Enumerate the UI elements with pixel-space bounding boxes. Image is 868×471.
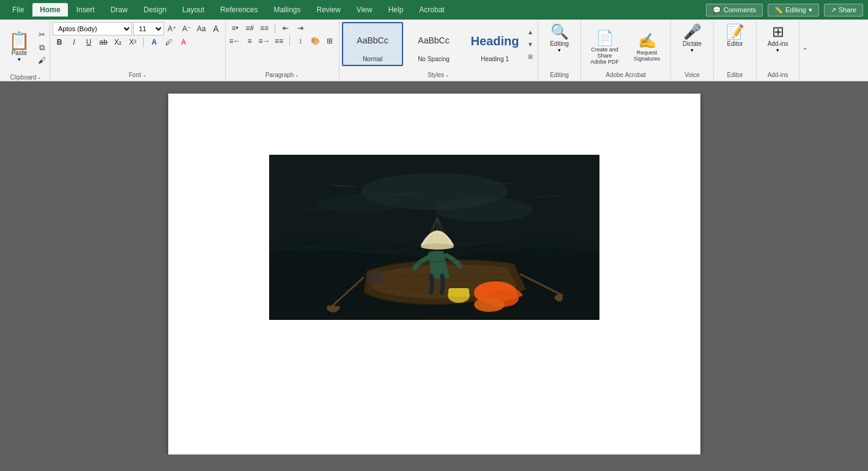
editing-chevron-icon: ▾ — [558, 47, 561, 53]
share-button[interactable]: ↗ Share — [824, 4, 863, 17]
styles-expand[interactable]: ⊞ — [525, 50, 535, 62]
paragraph-group: ≡• ≡# ≡≡ ⇤ ⇥ ≡← ≡ ≡→ ≡≡ ↕ 🎨 ⊞ Paragraph … — [226, 21, 339, 81]
align-center-button[interactable]: ≡ — [243, 35, 256, 47]
font-row2: B I U ab X₂ X² A 🖊 A — [53, 36, 223, 48]
voice-group-label: Voice — [684, 72, 699, 78]
menu-file[interactable]: File — [5, 3, 31, 17]
document-image-container — [205, 155, 664, 320]
underline-button[interactable]: U — [82, 36, 95, 48]
italic-button[interactable]: I — [67, 36, 81, 48]
svg-point-2 — [434, 198, 532, 222]
menu-tabs: File Home Insert Draw Design Layout Refe… — [5, 3, 703, 17]
request-sig-label: Request Signatures — [634, 50, 660, 62]
menu-mailings[interactable]: Mailings — [266, 3, 308, 17]
shading-button[interactable]: 🎨 — [308, 35, 322, 47]
document-image[interactable] — [269, 155, 599, 320]
menu-acrobat[interactable]: Acrobat — [412, 3, 451, 17]
create-pdf-icon: 📄 — [596, 31, 614, 45]
menu-help[interactable]: Help — [381, 3, 411, 17]
adobe-buttons: 📄 Create and Share Adobe PDF ✍ Request S… — [585, 23, 667, 72]
clipboard-expand-icon[interactable]: ⌄ — [37, 75, 42, 80]
line-spacing-button[interactable]: ↕ — [294, 35, 307, 47]
editor-group: 📝 Editor Editor — [714, 21, 757, 81]
font-expand-icon[interactable]: ⌄ — [143, 72, 147, 78]
align-left-button[interactable]: ≡← — [228, 35, 242, 47]
font-row1: Aptos (Body) 11 A⁺ A⁻ Aa A — [53, 22, 223, 35]
style-nospacing[interactable]: AaBbCc No Spacing — [403, 22, 464, 66]
style-heading1-preview: Heading — [471, 26, 519, 56]
multilevel-list-button[interactable]: ≡≡ — [258, 22, 271, 34]
increase-indent-button[interactable]: ⇥ — [294, 22, 307, 34]
decrease-font-button[interactable]: A⁻ — [180, 23, 193, 35]
superscript-button[interactable]: X² — [126, 36, 139, 48]
share-icon: ↗ — [831, 6, 836, 14]
paste-chevron-icon: ▾ — [18, 56, 21, 62]
clear-format-button[interactable]: A — [209, 23, 223, 35]
menu-view[interactable]: View — [349, 3, 380, 17]
paragraph-expand-icon[interactable]: ⌄ — [295, 72, 299, 78]
increase-font-button[interactable]: A⁺ — [165, 23, 179, 35]
styles-expand-icon[interactable]: ⌄ — [445, 72, 450, 78]
ribbon-content: 📋 Paste ▾ ✂ ⧉ 🖌 Clipboard ⌄ Aptos (Body) — [0, 20, 868, 81]
text-effects-button[interactable]: A — [147, 36, 161, 48]
styles-group: AaBbCc Normal AaBbCc No Spacing Heading … — [339, 21, 538, 81]
menu-draw[interactable]: Draw — [103, 3, 135, 17]
style-heading1[interactable]: Heading Heading 1 — [464, 22, 525, 66]
align-right-button[interactable]: ≡→ — [258, 35, 271, 47]
style-normal-label: Normal — [363, 56, 382, 62]
editing-group: 🔍 Editing ▾ Editing — [538, 21, 581, 81]
format-painter-button[interactable]: 🖌 — [35, 54, 48, 67]
voice-group: 🎤 Dictate ▾ Voice — [671, 21, 714, 81]
strikethrough-button[interactable]: ab — [97, 36, 110, 48]
addins-icon: ⊞ — [772, 24, 784, 39]
style-normal[interactable]: AaBbCc Normal — [342, 22, 403, 66]
styles-scroll-down[interactable]: ▼ — [525, 38, 535, 50]
paragraph-group-label: Paragraph ⌄ — [228, 70, 336, 78]
create-pdf-button[interactable]: 📄 Create and Share Adobe PDF — [585, 23, 625, 72]
styles-scroll-up[interactable]: ▲ — [525, 26, 535, 38]
numbered-list-button[interactable]: ≡# — [243, 22, 256, 34]
dictate-label: Dictate — [683, 40, 702, 47]
bullet-list-button[interactable]: ≡• — [228, 22, 242, 34]
addins-button[interactable]: ⊞ Add-ins ▾ — [760, 23, 795, 54]
editing-button[interactable]: 🔍 Editing ▾ — [542, 23, 577, 54]
ribbon: 📋 Paste ▾ ✂ ⧉ 🖌 Clipboard ⌄ Aptos (Body) — [0, 20, 868, 81]
font-group: Aptos (Body) 11 A⁺ A⁻ Aa A B I U ab X₂ X… — [50, 21, 226, 81]
comments-button[interactable]: 💬 Comments — [706, 4, 763, 17]
chevron-down-icon: ▾ — [809, 6, 812, 14]
justify-button[interactable]: ≡≡ — [272, 35, 286, 47]
svg-rect-19 — [448, 288, 469, 297]
para-sep1 — [275, 23, 275, 33]
copy-button[interactable]: ⧉ — [35, 42, 48, 54]
font-size-select[interactable]: 11 — [133, 22, 164, 35]
font-group-label: Font ⌄ — [53, 70, 223, 78]
bold-button[interactable]: B — [53, 36, 66, 48]
menu-home[interactable]: Home — [32, 3, 67, 17]
request-signatures-button[interactable]: ✍ Request Signatures — [627, 23, 667, 72]
subscript-button[interactable]: X₂ — [111, 36, 125, 48]
cut-button[interactable]: ✂ — [35, 29, 48, 41]
font-color-button[interactable]: A — [177, 36, 190, 48]
menu-layout[interactable]: Layout — [175, 3, 212, 17]
decrease-indent-button[interactable]: ⇤ — [279, 22, 292, 34]
menu-design[interactable]: Design — [136, 3, 174, 17]
title-bar-right: 💬 Comments ✏️ Editing ▾ ↗ Share — [706, 4, 863, 17]
adobe-group-label: Adobe Acrobat — [585, 72, 667, 78]
menu-references[interactable]: References — [213, 3, 265, 17]
editor-button[interactable]: 📝 Editor — [718, 23, 752, 48]
menu-insert[interactable]: Insert — [69, 3, 102, 17]
adobe-group: 📄 Create and Share Adobe PDF ✍ Request S… — [581, 21, 671, 81]
text-highlight-button[interactable]: 🖊 — [162, 36, 176, 48]
change-case-button[interactable]: Aa — [195, 23, 208, 35]
font-separator — [143, 37, 144, 47]
para-row2: ≡← ≡ ≡→ ≡≡ ↕ 🎨 ⊞ — [228, 35, 336, 47]
menu-review[interactable]: Review — [310, 3, 348, 17]
borders-button[interactable]: ⊞ — [323, 35, 336, 47]
ribbon-collapse-icon: ⌃ — [802, 46, 808, 55]
pencil-icon: ✏️ — [774, 6, 783, 14]
ribbon-collapse-button[interactable]: ⌃ — [799, 21, 811, 81]
paste-button[interactable]: 📋 Paste ▾ — [4, 22, 35, 73]
dictate-button[interactable]: 🎤 Dictate ▾ — [675, 23, 710, 54]
font-family-select[interactable]: Aptos (Body) — [53, 22, 132, 35]
editing-mode-button[interactable]: ✏️ Editing ▾ — [768, 4, 819, 17]
